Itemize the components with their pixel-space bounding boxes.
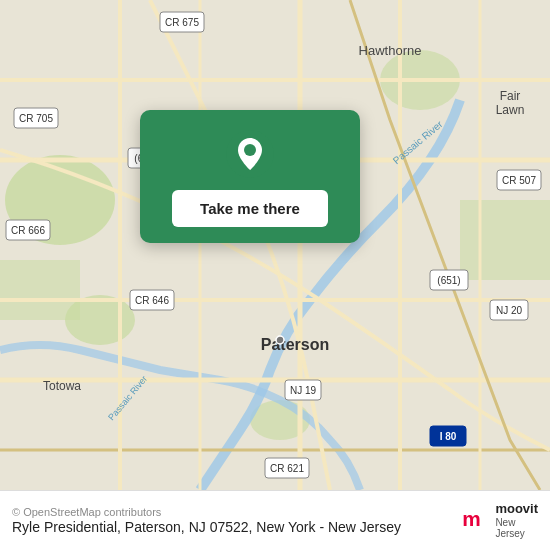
moovit-subtitle: NewJersey [495, 517, 538, 539]
svg-text:NJ 20: NJ 20 [496, 305, 523, 316]
info-bar: © OpenStreetMap contributors Ryle Presid… [0, 490, 550, 550]
svg-text:CR 507: CR 507 [502, 175, 536, 186]
take-me-there-button[interactable]: Take me there [172, 190, 328, 227]
svg-text:CR 646: CR 646 [135, 295, 169, 306]
svg-text:CR 621: CR 621 [270, 463, 304, 474]
svg-point-46 [276, 336, 284, 344]
svg-text:CR 666: CR 666 [11, 225, 45, 236]
svg-text:CR 705: CR 705 [19, 113, 53, 124]
svg-text:Totowa: Totowa [43, 379, 81, 393]
osm-credit: © OpenStreetMap contributors [12, 506, 447, 518]
svg-text:Fair: Fair [500, 89, 521, 103]
map-svg: CR 675 CR 705 (673) CR 666 CR 507 (651) … [0, 0, 550, 490]
app-container: CR 675 CR 705 (673) CR 666 CR 507 (651) … [0, 0, 550, 550]
map-area: CR 675 CR 705 (673) CR 666 CR 507 (651) … [0, 0, 550, 490]
overlay-card: Take me there [140, 110, 360, 243]
svg-rect-5 [460, 200, 550, 280]
moovit-name: moovit [495, 502, 538, 516]
svg-text:I 80: I 80 [440, 431, 457, 442]
svg-point-48 [244, 144, 256, 156]
moovit-logo: m moovit NewJersey [459, 502, 538, 538]
info-left: © OpenStreetMap contributors Ryle Presid… [12, 504, 447, 538]
svg-rect-3 [0, 260, 80, 320]
svg-text:m: m [463, 508, 482, 531]
moovit-icon: m [459, 504, 491, 536]
svg-text:NJ 19: NJ 19 [290, 385, 317, 396]
svg-text:CR 675: CR 675 [165, 17, 199, 28]
svg-text:(651): (651) [437, 275, 460, 286]
moovit-text-block: moovit NewJersey [495, 502, 538, 538]
svg-text:Lawn: Lawn [496, 103, 525, 117]
address-text: Ryle Presidential, Paterson, NJ 07522, N… [12, 518, 447, 538]
map-pin-icon [226, 130, 274, 178]
svg-text:Paterson: Paterson [261, 336, 329, 353]
svg-text:Hawthorne: Hawthorne [359, 43, 422, 58]
